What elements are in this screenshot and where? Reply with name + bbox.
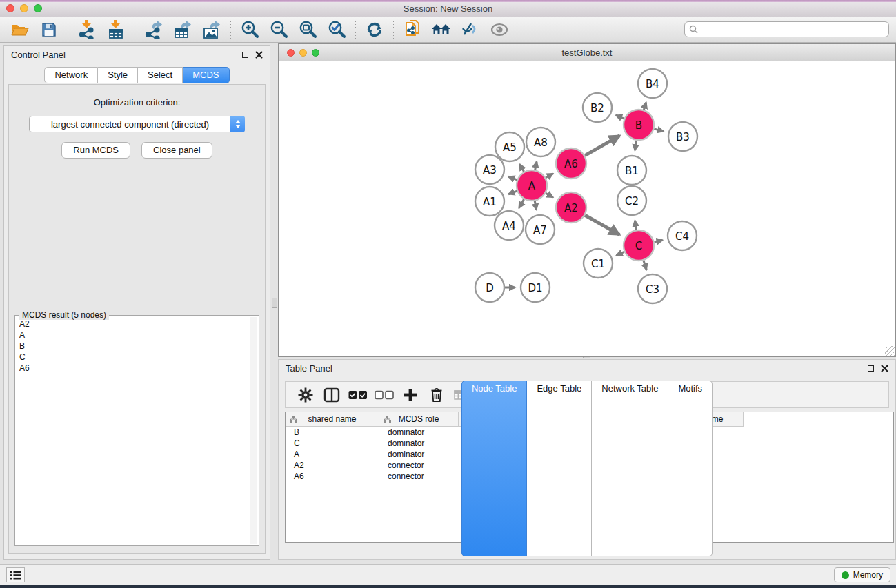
result-scrollbar[interactable] xyxy=(250,317,257,544)
graph-node-C3[interactable]: C3 xyxy=(638,274,667,303)
network-canvas[interactable]: B4B2BB3A5A8A6A3B1AA1C2A2A4A7C4CC1DD1C3 xyxy=(279,61,895,356)
graph-node-D1[interactable]: D1 xyxy=(521,273,550,302)
table-panel-tabs: Node TableEdge TableNetwork TableMotifs xyxy=(279,381,895,556)
svg-text:A7: A7 xyxy=(533,224,547,236)
tab-network[interactable]: Network xyxy=(44,67,98,83)
graph-edge-C-C2[interactable] xyxy=(635,221,636,230)
window-resize-grip[interactable] xyxy=(885,346,895,356)
tab-motifs[interactable]: Motifs xyxy=(668,381,713,556)
graph-node-B3[interactable]: B3 xyxy=(668,122,697,151)
export-table-icon[interactable] xyxy=(168,18,197,41)
graph-edge-A2-C[interactable] xyxy=(585,215,619,234)
graph-node-B1[interactable]: B1 xyxy=(617,156,646,185)
graph-node-A7[interactable]: A7 xyxy=(526,215,555,244)
graph-node-C4[interactable]: C4 xyxy=(668,221,697,250)
graph-node-A6[interactable]: A6 xyxy=(556,148,586,179)
app-titlebar: Session: New Session xyxy=(0,0,896,17)
dropdown-stepper-icon xyxy=(230,116,245,132)
graph-edge-B-B2[interactable] xyxy=(616,115,624,119)
graph-edge-A-A2[interactable] xyxy=(546,193,553,197)
export-network-icon[interactable] xyxy=(139,18,168,41)
new-network-from-selection-icon[interactable] xyxy=(398,18,427,41)
vertical-splitter-handle[interactable] xyxy=(272,298,277,308)
export-image-icon[interactable] xyxy=(197,18,226,41)
open-session-icon[interactable] xyxy=(6,18,34,41)
table-panel-title: Table Panel xyxy=(286,363,332,374)
tab-mcds[interactable]: MCDS xyxy=(183,67,229,83)
graph-edge-B-B1[interactable] xyxy=(635,141,636,151)
import-network-icon[interactable] xyxy=(72,18,101,41)
graph-edge-A-A1[interactable] xyxy=(508,191,517,194)
graph-node-C2[interactable]: C2 xyxy=(617,186,646,215)
svg-text:C2: C2 xyxy=(625,195,639,207)
svg-text:B: B xyxy=(635,119,642,132)
network-graph[interactable]: B4B2BB3A5A8A6A3B1AA1C2A2A4A7C4CC1DD1C3 xyxy=(279,61,895,356)
graph-edge-A-A8[interactable] xyxy=(535,161,537,170)
mcds-result-item[interactable]: A6 xyxy=(18,363,249,374)
graph-node-A4[interactable]: A4 xyxy=(495,211,524,240)
zoom-out-icon[interactable] xyxy=(264,18,293,41)
close-table-panel-icon[interactable] xyxy=(881,365,888,372)
tab-node-table[interactable]: Node Table xyxy=(461,381,528,556)
apply-layout-icon[interactable] xyxy=(360,18,389,41)
save-session-icon[interactable] xyxy=(34,18,63,41)
mcds-result-item[interactable]: C xyxy=(18,352,249,363)
mcds-result-item[interactable]: A xyxy=(18,330,249,341)
run-mcds-button[interactable]: Run MCDS xyxy=(61,142,130,159)
graph-edge-A-A6[interactable] xyxy=(546,174,553,178)
toolbar-separator xyxy=(135,19,135,41)
tab-edge-table[interactable]: Edge Table xyxy=(527,381,592,556)
tab-network-table[interactable]: Network Table xyxy=(592,381,668,556)
graph-edge-B-B3[interactable] xyxy=(654,129,664,132)
close-panel-button[interactable]: Close panel xyxy=(141,142,212,159)
graph-node-A5[interactable]: A5 xyxy=(495,132,524,161)
memory-button[interactable]: Memory xyxy=(834,567,890,582)
import-table-icon[interactable] xyxy=(101,18,130,41)
search-field[interactable] xyxy=(684,21,889,37)
graph-node-A8[interactable]: A8 xyxy=(526,128,555,156)
search-input[interactable] xyxy=(701,25,884,34)
graph-node-A1[interactable]: A1 xyxy=(475,187,504,216)
close-panel-icon[interactable] xyxy=(255,51,263,59)
graph-edge-C-C1[interactable] xyxy=(617,252,624,255)
mcds-result-item[interactable]: A2 xyxy=(18,318,249,330)
graph-node-C[interactable]: C xyxy=(624,230,654,261)
tab-select[interactable]: Select xyxy=(138,67,183,83)
graph-edge-B-B4[interactable] xyxy=(644,103,646,110)
zoom-in-icon[interactable] xyxy=(235,18,264,41)
svg-text:D: D xyxy=(486,282,494,294)
graph-node-B4[interactable]: B4 xyxy=(638,69,667,98)
zoom-fit-icon[interactable] xyxy=(293,18,322,41)
graph-edge-A-A7[interactable] xyxy=(535,201,536,210)
graph-edge-A-A5[interactable] xyxy=(519,164,524,172)
task-history-button[interactable] xyxy=(6,567,25,582)
graph-node-A3[interactable]: A3 xyxy=(475,155,504,184)
graph-edge-A-A3[interactable] xyxy=(508,176,517,180)
graph-node-C1[interactable]: C1 xyxy=(584,249,613,278)
graph-edge-A-A4[interactable] xyxy=(519,199,524,208)
graph-edge-C-C4[interactable] xyxy=(654,240,662,242)
graph-node-B2[interactable]: B2 xyxy=(583,93,612,122)
network-window-titlebar[interactable]: testGlobe.txt xyxy=(279,44,895,61)
criterion-dropdown[interactable]: largest connected component (directed) xyxy=(29,116,245,132)
show-graphics-details-icon[interactable] xyxy=(485,18,514,41)
float-panel-icon[interactable] xyxy=(242,52,248,58)
first-neighbors-icon[interactable] xyxy=(427,18,456,41)
float-table-panel-icon[interactable] xyxy=(868,365,874,372)
tab-style[interactable]: Style xyxy=(98,67,138,83)
graph-node-D[interactable]: D xyxy=(475,273,504,302)
graph-node-A2[interactable]: A2 xyxy=(556,192,586,223)
graph-edge-C-C3[interactable] xyxy=(644,261,646,270)
svg-text:B1: B1 xyxy=(625,165,639,177)
zoom-selected-icon[interactable] xyxy=(322,18,351,41)
hide-selected-icon[interactable] xyxy=(456,18,485,41)
graph-edge-A6-B[interactable] xyxy=(585,136,619,156)
network-view-window: testGlobe.txt B4B2BB3A5A8A6A3B1AA1C2A2A4… xyxy=(278,43,896,357)
mcds-result-item[interactable]: B xyxy=(18,341,249,352)
mcds-result-list[interactable]: A2ABCA6 xyxy=(18,318,249,544)
svg-text:A6: A6 xyxy=(564,158,578,170)
graph-node-A[interactable]: A xyxy=(517,170,547,201)
graph-node-B[interactable]: B xyxy=(624,110,654,140)
toolbar-separator xyxy=(355,19,356,41)
mcds-tab-content: Optimization criterion: largest connecte… xyxy=(8,84,266,554)
